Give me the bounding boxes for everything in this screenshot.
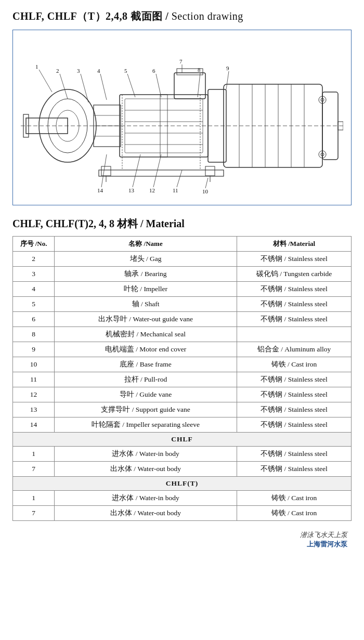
cell-no: 2: [13, 252, 55, 267]
cell-name: 轴 / Shaft: [55, 297, 237, 312]
svg-text:9: 9: [226, 65, 229, 71]
cell-name: 拉杆 / Pull-rod: [55, 372, 237, 387]
svg-text:13: 13: [128, 187, 135, 193]
svg-rect-32: [101, 166, 111, 176]
cell-no: 9: [13, 342, 55, 357]
svg-line-46: [100, 74, 107, 100]
cell-name: 堵头 / Gag: [55, 252, 237, 267]
title-en: Section drawing: [172, 10, 243, 22]
cell-no: 14: [13, 417, 55, 433]
cell-no: 4: [13, 282, 55, 297]
section-label: CHLF(T): [13, 477, 352, 491]
cell-material: 铝合金 / Aluminum alloy: [237, 342, 352, 357]
cell-material: 碳化钨 / Tungsten carbide: [237, 267, 352, 282]
svg-text:1: 1: [35, 63, 38, 70]
cell-material: 不锈钢 / Stainless steel: [237, 417, 352, 433]
svg-line-62: [153, 154, 161, 187]
svg-text:12: 12: [149, 187, 155, 193]
cell-no: 8: [13, 327, 55, 342]
cell-no: 11: [13, 372, 55, 387]
table-row: 3 轴承 / Bearing 碳化钨 / Tungsten carbide: [13, 267, 352, 282]
cell-name: 进水体 / Water-in body: [55, 491, 237, 506]
svg-rect-33: [205, 166, 215, 176]
cell-name: 出水体 / Water-out body: [55, 462, 237, 477]
svg-rect-15: [120, 95, 208, 157]
cell-name: 支撑导叶 / Support guide vane: [55, 402, 237, 417]
cell-material: [237, 327, 352, 342]
material-table: 序号 /No. 名称 /Name 材料 /Material 2 堵头 / Gag…: [12, 236, 352, 521]
cell-no: 3: [13, 267, 55, 282]
cell-no: 13: [13, 402, 55, 417]
cell-name: 导叶 / Guide vane: [55, 387, 237, 402]
table-row: 11 拉杆 / Pull-rod 不锈钢 / Stainless steel: [13, 372, 352, 387]
svg-line-60: [177, 170, 182, 187]
page-title: CHLF, CHLF（T）2,4,8 截面图 / Section drawing: [12, 9, 352, 23]
drawing-area: 1 2 3 4 5 6 7 8 9: [19, 38, 345, 200]
table-row: 1 进水体 / Water-in body 铸铁 / Cast iron: [13, 491, 352, 506]
cell-no: 5: [13, 297, 55, 312]
svg-rect-31: [99, 170, 224, 176]
material-title: CHLF, CHLF(T)2, 4, 8 材料 / Material: [12, 217, 352, 231]
svg-text:6: 6: [152, 68, 155, 74]
cell-material: 不锈钢 / Stainless steel: [237, 312, 352, 327]
table-row: 7 出水体 / Water-out body 不锈钢 / Stainless s…: [13, 462, 352, 477]
section-label: CHLF: [13, 433, 352, 447]
footer-brand: 潜泳飞水天上泵: [12, 530, 347, 540]
cell-no: 12: [13, 387, 55, 402]
cell-name: 出水导叶 / Water-out guide vane: [55, 312, 237, 327]
svg-text:4: 4: [97, 68, 100, 74]
svg-line-54: [198, 73, 200, 97]
cell-material: 铸铁 / Cast iron: [237, 491, 352, 506]
table-row: 14 叶轮隔套 / Impeller separating sleeve 不锈钢…: [13, 417, 352, 433]
cell-name: 轴承 / Bearing: [55, 267, 237, 282]
table-row: 12 导叶 / Guide vane 不锈钢 / Stainless steel: [13, 387, 352, 402]
title-zh: CHLF, CHLF（T）2,4,8 截面图: [12, 10, 163, 22]
cell-material: 铸铁 / Cast iron: [237, 506, 352, 521]
col-header-no: 序号 /No.: [13, 237, 55, 252]
table-section-header: CHLF: [13, 433, 352, 447]
cell-name: 机械密封 / Mechanical seal: [55, 327, 237, 342]
cell-material: 不锈钢 / Stainless steel: [237, 297, 352, 312]
table-section-header: CHLF(T): [13, 477, 352, 491]
cell-no: 10: [13, 357, 55, 372]
table-row: 4 叶轮 / Impeller 不锈钢 / Stainless steel: [13, 282, 352, 297]
cell-name: 底座 / Base frame: [55, 357, 237, 372]
cell-no: 1: [13, 447, 55, 462]
svg-line-56: [226, 71, 229, 89]
svg-text:7: 7: [179, 58, 183, 64]
svg-text:5: 5: [124, 68, 127, 74]
svg-text:11: 11: [173, 187, 178, 193]
cell-no: 6: [13, 312, 55, 327]
table-row: 1 进水体 / Water-in body 不锈钢 / Stainless st…: [13, 447, 352, 462]
cell-material: 不锈钢 / Stainless steel: [237, 372, 352, 387]
table-row: 2 堵头 / Gag 不锈钢 / Stainless steel: [13, 252, 352, 267]
svg-line-50: [156, 74, 161, 97]
cell-material: 不锈钢 / Stainless steel: [237, 447, 352, 462]
cell-material: 不锈钢 / Stainless steel: [237, 402, 352, 417]
cell-no: 1: [13, 491, 55, 506]
cell-name: 进水体 / Water-in body: [55, 447, 237, 462]
cell-no: 7: [13, 462, 55, 477]
svg-text:8: 8: [198, 67, 201, 73]
cell-name: 叶轮隔套 / Impeller separating sleeve: [55, 417, 237, 433]
cell-material: 不锈钢 / Stainless steel: [237, 462, 352, 477]
svg-text:14: 14: [97, 187, 103, 193]
material-title-zh: CHLF, CHLF(T)2, 4, 8 材料: [12, 218, 138, 229]
table-row: 8 机械密封 / Mechanical seal: [13, 327, 352, 342]
cell-name: 叶轮 / Impeller: [55, 282, 237, 297]
table-row: 13 支撑导叶 / Support guide vane 不锈钢 / Stain…: [13, 402, 352, 417]
footer-company: 上海雷河水泵: [12, 540, 347, 549]
cell-name: 出水体 / Water-out body: [55, 506, 237, 521]
svg-text:10: 10: [202, 188, 209, 194]
cell-material: 铸铁 / Cast iron: [237, 357, 352, 372]
svg-line-66: [101, 154, 107, 187]
table-row: 10 底座 / Base frame 铸铁 / Cast iron: [13, 357, 352, 372]
table-row: 7 出水体 / Water-out body 铸铁 / Cast iron: [13, 506, 352, 521]
cell-material: 不锈钢 / Stainless steel: [237, 252, 352, 267]
svg-line-48: [127, 74, 135, 97]
section-drawing-box: 1 2 3 4 5 6 7 8 9: [12, 30, 352, 205]
svg-text:2: 2: [56, 68, 59, 74]
cell-material: 不锈钢 / Stainless steel: [237, 387, 352, 402]
svg-line-64: [133, 154, 140, 187]
table-row: 9 电机端盖 / Motor end cover 铝合金 / Aluminum …: [13, 342, 352, 357]
